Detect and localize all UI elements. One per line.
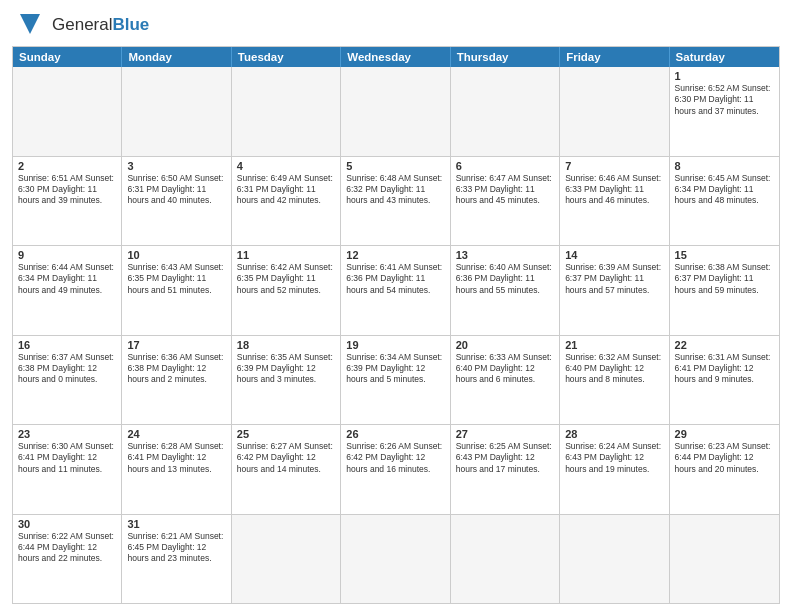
week-row-3: 16Sunrise: 6:37 AM Sunset: 6:38 PM Dayli… (13, 336, 779, 426)
day-info: Sunrise: 6:38 AM Sunset: 6:37 PM Dayligh… (675, 262, 774, 296)
cal-cell: 27Sunrise: 6:25 AM Sunset: 6:43 PM Dayli… (451, 425, 560, 514)
day-number: 20 (456, 339, 554, 351)
day-number: 17 (127, 339, 225, 351)
cal-cell (341, 515, 450, 604)
day-info: Sunrise: 6:23 AM Sunset: 6:44 PM Dayligh… (675, 441, 774, 475)
cal-cell: 30Sunrise: 6:22 AM Sunset: 6:44 PM Dayli… (13, 515, 122, 604)
day-info: Sunrise: 6:33 AM Sunset: 6:40 PM Dayligh… (456, 352, 554, 386)
day-info: Sunrise: 6:27 AM Sunset: 6:42 PM Dayligh… (237, 441, 335, 475)
cal-cell: 5Sunrise: 6:48 AM Sunset: 6:32 PM Daylig… (341, 157, 450, 246)
logo-text: GeneralBlue (52, 16, 149, 35)
header-day-saturday: Saturday (670, 47, 779, 67)
day-number: 9 (18, 249, 116, 261)
cal-cell: 29Sunrise: 6:23 AM Sunset: 6:44 PM Dayli… (670, 425, 779, 514)
day-info: Sunrise: 6:22 AM Sunset: 6:44 PM Dayligh… (18, 531, 116, 565)
cal-cell: 1Sunrise: 6:52 AM Sunset: 6:30 PM Daylig… (670, 67, 779, 156)
day-info: Sunrise: 6:28 AM Sunset: 6:41 PM Dayligh… (127, 441, 225, 475)
cal-cell: 26Sunrise: 6:26 AM Sunset: 6:42 PM Dayli… (341, 425, 450, 514)
day-info: Sunrise: 6:21 AM Sunset: 6:45 PM Dayligh… (127, 531, 225, 565)
cal-cell: 15Sunrise: 6:38 AM Sunset: 6:37 PM Dayli… (670, 246, 779, 335)
week-row-1: 2Sunrise: 6:51 AM Sunset: 6:30 PM Daylig… (13, 157, 779, 247)
day-info: Sunrise: 6:39 AM Sunset: 6:37 PM Dayligh… (565, 262, 663, 296)
day-number: 11 (237, 249, 335, 261)
week-row-4: 23Sunrise: 6:30 AM Sunset: 6:41 PM Dayli… (13, 425, 779, 515)
day-number: 28 (565, 428, 663, 440)
day-info: Sunrise: 6:50 AM Sunset: 6:31 PM Dayligh… (127, 173, 225, 207)
header-day-sunday: Sunday (13, 47, 122, 67)
cal-cell: 2Sunrise: 6:51 AM Sunset: 6:30 PM Daylig… (13, 157, 122, 246)
cal-cell: 3Sunrise: 6:50 AM Sunset: 6:31 PM Daylig… (122, 157, 231, 246)
header-day-monday: Monday (122, 47, 231, 67)
cal-cell: 28Sunrise: 6:24 AM Sunset: 6:43 PM Dayli… (560, 425, 669, 514)
day-number: 31 (127, 518, 225, 530)
cal-cell: 13Sunrise: 6:40 AM Sunset: 6:36 PM Dayli… (451, 246, 560, 335)
week-row-0: 1Sunrise: 6:52 AM Sunset: 6:30 PM Daylig… (13, 67, 779, 157)
page: GeneralBlue SundayMondayTuesdayWednesday… (0, 0, 792, 612)
day-info: Sunrise: 6:49 AM Sunset: 6:31 PM Dayligh… (237, 173, 335, 207)
logo: GeneralBlue (12, 10, 149, 40)
cal-cell (122, 67, 231, 156)
day-number: 4 (237, 160, 335, 172)
day-info: Sunrise: 6:24 AM Sunset: 6:43 PM Dayligh… (565, 441, 663, 475)
header-day-tuesday: Tuesday (232, 47, 341, 67)
day-number: 15 (675, 249, 774, 261)
logo-icon (12, 10, 48, 40)
cal-cell (13, 67, 122, 156)
calendar-body: 1Sunrise: 6:52 AM Sunset: 6:30 PM Daylig… (13, 67, 779, 603)
day-info: Sunrise: 6:45 AM Sunset: 6:34 PM Dayligh… (675, 173, 774, 207)
day-number: 30 (18, 518, 116, 530)
day-info: Sunrise: 6:43 AM Sunset: 6:35 PM Dayligh… (127, 262, 225, 296)
header-day-thursday: Thursday (451, 47, 560, 67)
day-info: Sunrise: 6:42 AM Sunset: 6:35 PM Dayligh… (237, 262, 335, 296)
day-number: 14 (565, 249, 663, 261)
cal-cell: 20Sunrise: 6:33 AM Sunset: 6:40 PM Dayli… (451, 336, 560, 425)
day-number: 7 (565, 160, 663, 172)
cal-cell (232, 515, 341, 604)
day-number: 27 (456, 428, 554, 440)
cal-cell: 31Sunrise: 6:21 AM Sunset: 6:45 PM Dayli… (122, 515, 231, 604)
cal-cell (560, 515, 669, 604)
header: GeneralBlue (12, 10, 780, 40)
cal-cell (341, 67, 450, 156)
header-day-wednesday: Wednesday (341, 47, 450, 67)
day-info: Sunrise: 6:34 AM Sunset: 6:39 PM Dayligh… (346, 352, 444, 386)
day-number: 19 (346, 339, 444, 351)
day-info: Sunrise: 6:44 AM Sunset: 6:34 PM Dayligh… (18, 262, 116, 296)
day-info: Sunrise: 6:46 AM Sunset: 6:33 PM Dayligh… (565, 173, 663, 207)
day-info: Sunrise: 6:51 AM Sunset: 6:30 PM Dayligh… (18, 173, 116, 207)
day-info: Sunrise: 6:31 AM Sunset: 6:41 PM Dayligh… (675, 352, 774, 386)
day-info: Sunrise: 6:36 AM Sunset: 6:38 PM Dayligh… (127, 352, 225, 386)
day-number: 13 (456, 249, 554, 261)
day-info: Sunrise: 6:40 AM Sunset: 6:36 PM Dayligh… (456, 262, 554, 296)
day-number: 12 (346, 249, 444, 261)
day-number: 16 (18, 339, 116, 351)
day-info: Sunrise: 6:26 AM Sunset: 6:42 PM Dayligh… (346, 441, 444, 475)
day-number: 3 (127, 160, 225, 172)
cal-cell: 25Sunrise: 6:27 AM Sunset: 6:42 PM Dayli… (232, 425, 341, 514)
day-number: 26 (346, 428, 444, 440)
day-info: Sunrise: 6:30 AM Sunset: 6:41 PM Dayligh… (18, 441, 116, 475)
day-info: Sunrise: 6:48 AM Sunset: 6:32 PM Dayligh… (346, 173, 444, 207)
day-number: 25 (237, 428, 335, 440)
calendar-header: SundayMondayTuesdayWednesdayThursdayFrid… (13, 47, 779, 67)
day-info: Sunrise: 6:25 AM Sunset: 6:43 PM Dayligh… (456, 441, 554, 475)
day-number: 5 (346, 160, 444, 172)
cal-cell: 10Sunrise: 6:43 AM Sunset: 6:35 PM Dayli… (122, 246, 231, 335)
day-number: 22 (675, 339, 774, 351)
svg-marker-0 (20, 14, 40, 34)
cal-cell: 6Sunrise: 6:47 AM Sunset: 6:33 PM Daylig… (451, 157, 560, 246)
cal-cell: 17Sunrise: 6:36 AM Sunset: 6:38 PM Dayli… (122, 336, 231, 425)
cal-cell: 24Sunrise: 6:28 AM Sunset: 6:41 PM Dayli… (122, 425, 231, 514)
day-info: Sunrise: 6:32 AM Sunset: 6:40 PM Dayligh… (565, 352, 663, 386)
cal-cell: 12Sunrise: 6:41 AM Sunset: 6:36 PM Dayli… (341, 246, 450, 335)
day-number: 10 (127, 249, 225, 261)
day-info: Sunrise: 6:41 AM Sunset: 6:36 PM Dayligh… (346, 262, 444, 296)
day-number: 6 (456, 160, 554, 172)
cal-cell: 7Sunrise: 6:46 AM Sunset: 6:33 PM Daylig… (560, 157, 669, 246)
cal-cell: 11Sunrise: 6:42 AM Sunset: 6:35 PM Dayli… (232, 246, 341, 335)
cal-cell: 18Sunrise: 6:35 AM Sunset: 6:39 PM Dayli… (232, 336, 341, 425)
week-row-5: 30Sunrise: 6:22 AM Sunset: 6:44 PM Dayli… (13, 515, 779, 604)
day-number: 24 (127, 428, 225, 440)
cal-cell: 4Sunrise: 6:49 AM Sunset: 6:31 PM Daylig… (232, 157, 341, 246)
cal-cell: 9Sunrise: 6:44 AM Sunset: 6:34 PM Daylig… (13, 246, 122, 335)
